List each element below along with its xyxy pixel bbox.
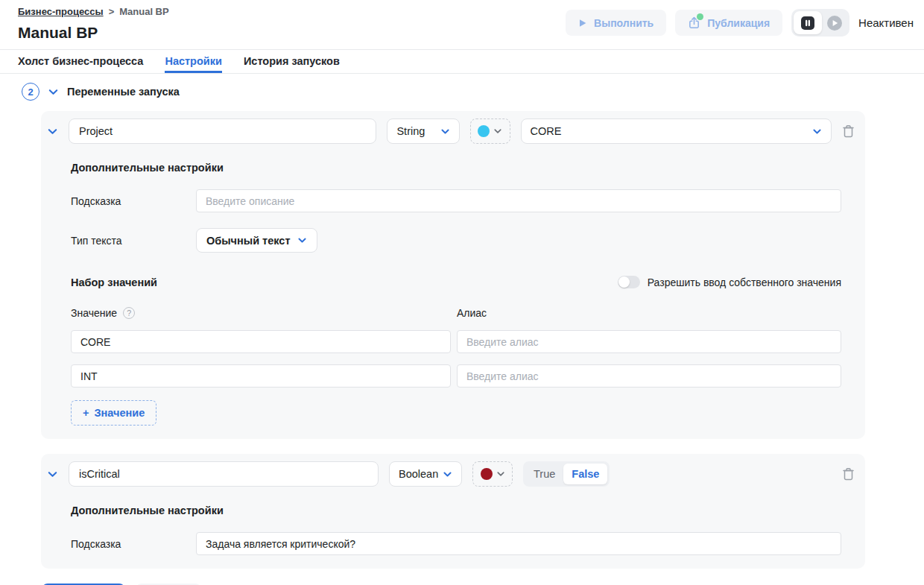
breadcrumb: Бизнес-процессы > Manual BP (18, 6, 169, 17)
value-set-row: Набор значений Разрешить ввод собственно… (71, 276, 841, 288)
variable-color-select[interactable] (472, 461, 513, 487)
value-input[interactable] (71, 364, 451, 388)
alias-input[interactable] (457, 330, 841, 353)
alias-column-header: Алиас (457, 307, 487, 319)
plus-icon: + (83, 407, 89, 419)
delete-variable-button[interactable] (842, 467, 855, 481)
title-block: Бизнес-процессы > Manual BP Manual BP (18, 6, 169, 42)
additional-settings-title: Дополнительные настройки (71, 162, 841, 174)
variables-count-badge: 2 (22, 83, 39, 101)
bool-option-true[interactable]: True (525, 464, 563, 484)
breadcrumb-link-business-processes[interactable]: Бизнес-процессы (18, 6, 104, 17)
value-row (71, 330, 841, 353)
allow-custom-value-toggle[interactable] (618, 276, 640, 288)
alias-input[interactable] (457, 364, 841, 388)
text-type-label: Тип текста (71, 235, 196, 247)
variable-card-body: Дополнительные настройки Подсказка (41, 505, 865, 555)
tab-run-history[interactable]: История запусков (244, 50, 340, 73)
play-icon (578, 19, 587, 28)
collapse-chevron-down-icon[interactable] (47, 126, 58, 137)
delete-variable-button[interactable] (842, 124, 855, 138)
tab-canvas[interactable]: Холст бизнес-процесса (18, 50, 143, 73)
publish-button[interactable]: Публикация (675, 10, 782, 36)
chevron-down-icon (443, 469, 452, 479)
hint-input[interactable] (196, 532, 841, 555)
chevron-down-icon (496, 469, 505, 478)
value-set-title: Набор значений (71, 276, 157, 288)
variable-card-body: Дополнительные настройки Подсказка Тип т… (41, 162, 865, 426)
hint-row: Подсказка (71, 189, 841, 212)
default-value-select[interactable]: CORE (521, 118, 832, 144)
variable-type-select[interactable]: String (387, 118, 460, 144)
tab-bar: Холст бизнес-процесса Настройки История … (0, 49, 924, 74)
boolean-default-toggle: True False (523, 461, 610, 487)
hint-input[interactable] (196, 189, 841, 212)
top-bar: Бизнес-процессы > Manual BP Manual BP Вы… (0, 0, 924, 42)
tab-settings[interactable]: Настройки (165, 50, 222, 73)
color-dot (481, 468, 493, 480)
variable-name-input[interactable] (69, 118, 376, 144)
add-value-button[interactable]: + Значение (71, 400, 156, 426)
value-column-header: Значение (71, 307, 117, 319)
chevron-down-icon (493, 127, 502, 136)
text-type-select[interactable]: Обычный текст (196, 228, 317, 253)
play-segment[interactable] (822, 11, 847, 34)
breadcrumb-current: Manual BP (119, 6, 168, 17)
play-circle-icon (826, 15, 843, 31)
launch-variables-section-header: 2 Переменные запуска (0, 74, 924, 110)
header-actions: Выполнить Публикация (566, 9, 914, 37)
variable-name-input[interactable] (69, 461, 379, 487)
variable-card-iscritical: Boolean True False Дополнительные настро… (41, 454, 865, 569)
additional-settings-title: Дополнительные настройки (71, 505, 841, 516)
hint-label: Подсказка (71, 195, 196, 207)
hint-label: Подсказка (71, 538, 196, 550)
breadcrumb-separator: > (109, 6, 115, 17)
collapse-chevron-down-icon[interactable] (47, 469, 58, 480)
section-chevron-down-icon[interactable] (48, 86, 59, 98)
allow-custom-value-row: Разрешить ввод собственного значения (618, 276, 841, 288)
allow-custom-value-label: Разрешить ввод собственного значения (648, 276, 841, 288)
run-button[interactable]: Выполнить (566, 10, 666, 36)
help-icon[interactable]: ? (123, 307, 135, 319)
variable-card-project: String CORE Дополнительные настройки (41, 111, 865, 439)
chevron-down-icon (297, 235, 307, 245)
color-dot (478, 125, 490, 137)
text-type-row: Тип текста Обычный текст (71, 228, 841, 253)
publish-status-dot (697, 13, 703, 20)
pause-segment[interactable] (794, 11, 822, 34)
value-input[interactable] (71, 330, 451, 353)
page-title: Manual BP (18, 24, 169, 42)
section-title: Переменные запуска (67, 86, 180, 98)
active-state-toggle[interactable] (791, 9, 849, 37)
pause-icon (800, 16, 815, 31)
chevron-down-icon (440, 127, 450, 136)
variable-type-select[interactable]: Boolean (389, 461, 462, 487)
publish-share-icon (688, 16, 700, 29)
chevron-down-icon (812, 127, 822, 136)
variable-color-select[interactable] (470, 118, 510, 144)
bool-option-false[interactable]: False (563, 464, 607, 484)
variable-header-row: Boolean True False (41, 461, 865, 487)
status-badge: Неактивен (858, 16, 914, 29)
variable-header-row: String CORE (41, 118, 865, 144)
hint-row: Подсказка (71, 532, 841, 555)
value-row (71, 364, 841, 388)
values-table-headers: Значение ? Алиас (71, 307, 841, 319)
